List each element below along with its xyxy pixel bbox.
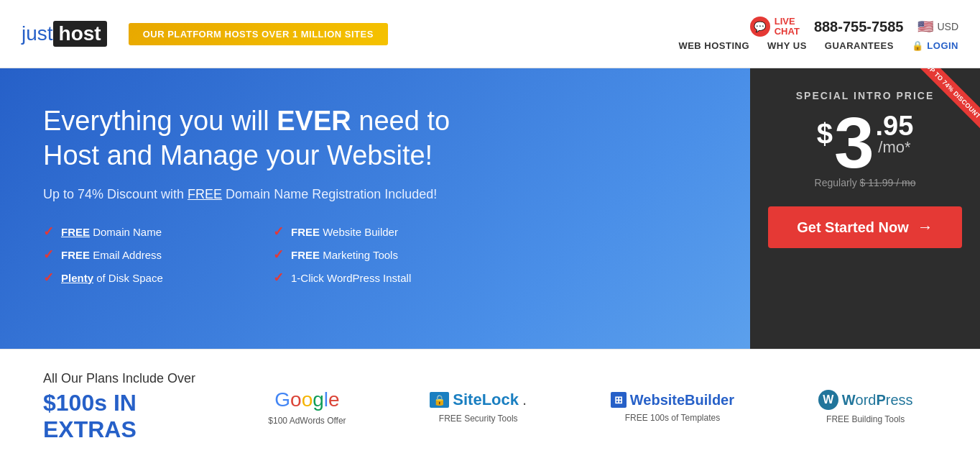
feature-domain: ✓ FREE Domain Name [43, 224, 230, 239]
price-dollar-sign: $ [817, 119, 833, 148]
feature-wordpress: ✓ 1-Click WordPress Install [273, 270, 460, 286]
hero-section: Everything you will EVER need to Host an… [0, 68, 980, 349]
logo[interactable]: justhost [22, 21, 107, 47]
check-icon: ✓ [43, 270, 54, 286]
logo-host: host [53, 21, 107, 47]
arrow-right-icon: → [917, 218, 933, 237]
nav-web-hosting[interactable]: WEB HOSTING [678, 40, 749, 51]
wp-sub: FREE Building Tools [826, 414, 905, 424]
feature-email: ✓ FREE Email Address [43, 247, 230, 263]
free-domain-link[interactable]: FREE [61, 226, 90, 238]
header-right: 💬 LIVE CHAT 888-755-7585 🇺🇸 USD WEB HOST… [678, 17, 958, 52]
nav-guarantees[interactable]: GUARANTEES [825, 40, 894, 51]
wb-sub: FREE 100s of Templates [625, 413, 721, 423]
feature-marketing: ✓ FREE Marketing Tools [273, 247, 460, 263]
currency-selector[interactable]: 🇺🇸 USD [917, 19, 958, 35]
google-sub: $100 AdWords Offer [268, 416, 346, 426]
sitelock-icon: 🔒 [430, 392, 449, 408]
get-started-button[interactable]: Get Started Now → [768, 206, 962, 248]
currency-label: USD [937, 21, 958, 32]
lock-icon: 🔒 [912, 40, 924, 51]
bottom-partners: Google $100 AdWords Offer 🔒 SiteLock . F… [244, 388, 937, 426]
google-logo: Google [274, 388, 339, 411]
wb-icon: ⊞ [611, 392, 627, 408]
wp-logo: W WordPress [818, 390, 913, 410]
sitelock-dot: . [522, 391, 527, 409]
sitelock-text: SiteLock [453, 391, 519, 409]
price-card: SPECIAL INTRO PRICE $ 3 .95 /mo* Regular… [750, 68, 980, 349]
header-top-row: 💬 LIVE CHAT 888-755-7585 🇺🇸 USD [750, 17, 958, 37]
partner-websitebuilder: ⊞ WebsiteBuilder FREE 100s of Templates [611, 392, 734, 423]
hero-title: Everything you will EVER need to Host an… [43, 104, 510, 173]
partner-sitelock: 🔒 SiteLock . FREE Security Tools [430, 391, 527, 424]
login-label: LOGIN [927, 40, 958, 51]
check-icon: ✓ [273, 247, 284, 263]
bottom-bar: All Our Plans Include Over $100s IN EXTR… [0, 349, 980, 461]
bottom-extras: $100s IN EXTRAS [43, 390, 208, 443]
hero-title-bold: EVER [277, 106, 351, 136]
features-grid: ✓ FREE Domain Name ✓ FREE Website Builde… [43, 224, 460, 286]
flag-icon: 🇺🇸 [917, 19, 933, 35]
wb-logo: ⊞ WebsiteBuilder [611, 392, 734, 408]
regular-price: Regularly $ 11.99 / mo [815, 177, 916, 188]
check-icon: ✓ [43, 224, 54, 239]
sitelock-logo: 🔒 SiteLock . [430, 391, 527, 409]
header-left: justhost OUR PLATFORM HOSTS OVER 1 MILLI… [22, 21, 388, 47]
wb-text: WebsiteBuilder [630, 392, 734, 408]
discount-ribbon [894, 68, 980, 155]
wp-text: WordPress [842, 392, 913, 408]
header: justhost OUR PLATFORM HOSTS OVER 1 MILLI… [0, 0, 980, 68]
logo-just: just [22, 22, 53, 45]
feature-disk-space: ✓ Plenty of Disk Space [43, 270, 230, 286]
hero-title-part1: Everything you will EVER need to [43, 106, 450, 136]
check-icon: ✓ [43, 247, 54, 263]
partner-google: Google $100 AdWords Offer [268, 388, 346, 426]
live-chat-button[interactable]: 💬 LIVE CHAT [750, 17, 800, 37]
hero-content: Everything you will EVER need to Host an… [0, 68, 750, 349]
sitelock-sub: FREE Security Tools [439, 414, 518, 424]
nav-why-us[interactable]: WHY US [767, 40, 807, 51]
nav-login[interactable]: 🔒 LOGIN [912, 40, 958, 51]
check-icon: ✓ [273, 224, 284, 239]
partner-wordpress: W WordPress FREE Building Tools [818, 390, 913, 424]
regular-label: Regularly [815, 177, 857, 188]
phone-number[interactable]: 888-755-7585 [814, 19, 904, 35]
banner-badge: OUR PLATFORM HOSTS OVER 1 MILLION SITES [129, 23, 388, 45]
regular-price-value: $ 11.99 / mo [860, 177, 916, 188]
live-chat-label: LIVE CHAT [775, 17, 800, 37]
price-number: 3 [834, 112, 874, 173]
feature-website-builder: ✓ FREE Website Builder [273, 224, 460, 239]
main-nav: WEB HOSTING WHY US GUARANTEES 🔒 LOGIN [678, 40, 958, 51]
chat-bubble-icon: 💬 [750, 17, 770, 37]
bottom-tagline: All Our Plans Include Over [43, 371, 208, 386]
plenty-link[interactable]: Plenty [61, 272, 93, 284]
bottom-text: All Our Plans Include Over $100s IN EXTR… [43, 371, 208, 443]
hero-title-line2: Host and Manage your Website! [43, 140, 433, 170]
wp-icon: W [818, 390, 838, 410]
check-icon: ✓ [273, 270, 284, 286]
hero-subtitle: Up to 74% Discount with FREE Domain Name… [43, 187, 714, 202]
get-started-label: Get Started Now [797, 219, 909, 236]
